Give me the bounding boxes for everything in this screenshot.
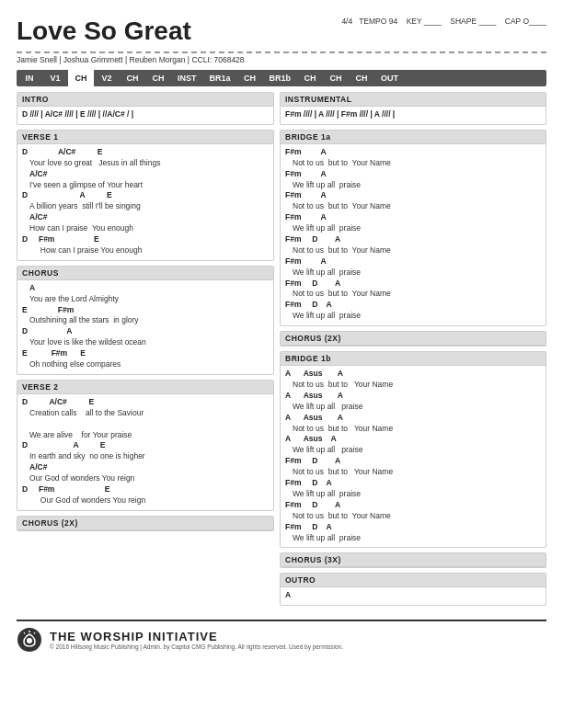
nav-br1b[interactable]: BR1b xyxy=(263,70,298,86)
b1b-c1: A Asus A xyxy=(285,369,541,380)
bridge1a-header: BRIDGE 1a xyxy=(281,131,546,144)
b1a-l8: We lift up all praise xyxy=(285,311,541,322)
b1a-c7: F#m D A xyxy=(285,279,541,290)
verse2-header: VERSE 2 xyxy=(17,381,273,394)
ch-c2: E F#m xyxy=(22,305,269,316)
b1b-c3: A Asus A xyxy=(285,413,541,424)
v2-l2: We are alive for Your praise xyxy=(22,430,269,441)
footer-copyright: © 2016 Hillsong Music Publishing | Admin… xyxy=(50,643,343,650)
b1b-l7: Not to us but to Your Name xyxy=(285,511,541,522)
v2-l5: Our God of wonders You reign xyxy=(22,495,269,506)
worship-logo-icon xyxy=(17,627,42,653)
v2-c3: D A E xyxy=(22,440,269,451)
ch-l3: Your love is like the wildest ocean xyxy=(22,337,269,348)
b1b-l5: Not to us but to Your Name xyxy=(285,467,541,478)
ch-l2: Outshining all the stars in glory xyxy=(22,315,269,326)
svg-line-4 xyxy=(34,632,35,634)
ch-c1: A xyxy=(22,283,269,294)
b1a-l4: We lift up all praise xyxy=(285,223,541,234)
b1b-c5: F#m D A xyxy=(285,456,541,467)
v2-c2 xyxy=(22,419,269,430)
shape: SHAPE ____ xyxy=(450,17,496,26)
ch-l1: You are the Lord Almighty xyxy=(22,294,269,305)
nav-ch7[interactable]: CH xyxy=(349,70,374,86)
chorus2x-right-header: CHORUS (2X) xyxy=(281,332,546,346)
nav-ch2[interactable]: CH xyxy=(120,70,145,86)
outro-header: OUTRO xyxy=(281,574,546,587)
b1a-c5: F#m D A xyxy=(285,234,541,245)
footer: THE WORSHIP INITIATIVE © 2016 Hillsong M… xyxy=(17,620,546,653)
outro-chord: A xyxy=(285,590,541,601)
nav-in[interactable]: IN xyxy=(17,70,42,86)
left-column: INTRO D //// | A/C# //// | E //// | //A/… xyxy=(17,92,274,610)
b1b-c2: A Asus A xyxy=(285,391,541,402)
v1-c4: A/C# xyxy=(22,212,269,223)
chorus2x-header: CHORUS (2X) xyxy=(17,517,273,530)
bridge1a-body: F#m A Not to us but to Your Name F#m A W… xyxy=(281,144,546,325)
nav-out[interactable]: OUT xyxy=(374,70,405,86)
b1a-c2: F#m A xyxy=(285,169,541,180)
v2-l3: In earth and sky no one is higher xyxy=(22,451,269,462)
ch-c4: E F#m E xyxy=(22,348,269,359)
verse1-header: VERSE 1 xyxy=(17,131,273,144)
b1a-l6: We lift up all praise xyxy=(285,267,541,279)
v2-c4: A/C# xyxy=(22,462,269,473)
svg-line-3 xyxy=(24,632,25,634)
chorus-body: A You are the Lord Almighty E F#m Outshi… xyxy=(17,280,273,374)
verse1-body: D A/C# E Your love so great Jesus in all… xyxy=(17,144,273,260)
b1a-c4: F#m A xyxy=(285,212,541,223)
b1a-l5: Not to us but to Your Name xyxy=(285,245,541,256)
bridge1b-section: BRIDGE 1b A Asus A Not to us but to Your… xyxy=(280,351,546,548)
intro-section: INTRO D //// | A/C# //// | E //// | //A/… xyxy=(17,92,274,125)
nav-ch1[interactable]: CH xyxy=(68,70,94,86)
song-title: Love So Great xyxy=(17,17,191,46)
v2-c1: D A/C# E xyxy=(22,397,269,408)
verse2-section: VERSE 2 D A/C# E Creation calls all to t… xyxy=(17,380,274,511)
nav-ch5[interactable]: CH xyxy=(297,70,323,86)
b1b-c6: F#m D A xyxy=(285,478,541,489)
b1a-c1: F#m A xyxy=(285,147,541,158)
v1-l1: Your love so great Jesus in all things xyxy=(22,158,269,169)
instrumental-section: INSTRUMENTAL F#m //// | A //// | F#m ///… xyxy=(280,92,546,125)
b1a-c3: F#m A xyxy=(285,190,541,201)
nav-v2[interactable]: V2 xyxy=(94,70,120,86)
b1a-c6: F#m A xyxy=(285,256,541,267)
b1b-c4: A Asus A xyxy=(285,434,541,445)
v1-l2: I've seen a glimpse of Your heart xyxy=(22,180,269,191)
nav-ch6[interactable]: CH xyxy=(323,70,349,86)
b1b-l2: We lift up all praise xyxy=(285,402,541,413)
b1b-l6: We lift up all praise xyxy=(285,489,541,500)
b1a-l7: Not to us but to Your Name xyxy=(285,289,541,300)
b1a-c8: F#m D A xyxy=(285,300,541,311)
footer-text: THE WORSHIP INITIATIVE © 2016 Hillsong M… xyxy=(50,630,343,650)
nav-br1a[interactable]: BR1a xyxy=(203,70,237,86)
b1b-l4: We lift up all praise xyxy=(285,445,541,456)
nav-v1[interactable]: V1 xyxy=(42,70,68,86)
ch-c3: D A xyxy=(22,326,269,337)
nav-ch4[interactable]: CH xyxy=(237,70,263,86)
chorus2x-section: CHORUS (2X) xyxy=(17,516,274,531)
b1b-l3: Not to us but to Your Name xyxy=(285,424,541,435)
chorus2x-right-section: CHORUS (2X) xyxy=(280,331,546,347)
chorus3x-section: CHORUS (3X) xyxy=(280,552,546,568)
footer-org: THE WORSHIP INITIATIVE xyxy=(50,630,343,643)
time-sig: 4/4 xyxy=(341,17,352,26)
v2-l4: Our God of wonders You reign xyxy=(22,473,269,484)
chorus3x-header: CHORUS (3X) xyxy=(281,553,546,567)
bridge1a-section: BRIDGE 1a F#m A Not to us but to Your Na… xyxy=(280,130,546,326)
nav-inst[interactable]: INST xyxy=(171,70,203,86)
b1a-l1: Not to us but to Your Name xyxy=(285,158,541,169)
v2-c5: D F#m E xyxy=(22,484,269,495)
b1b-l1: Not to us but to Your Name xyxy=(285,380,541,391)
meta-line: Jamie Snell | Joshua Grimmett | Reuben M… xyxy=(17,55,546,64)
v1-l4: How can I praise You enough xyxy=(22,223,269,234)
v1-c5: D F#m E xyxy=(22,234,269,245)
v1-c2: A/C# xyxy=(22,169,269,180)
v1-c1: D A/C# E xyxy=(22,147,269,158)
nav-ch3[interactable]: CH xyxy=(145,70,171,86)
v1-c3: D A E xyxy=(22,190,269,201)
outro-section: OUTRO A xyxy=(280,573,546,606)
verse2-body: D A/C# E Creation calls all to the Savio… xyxy=(17,394,273,510)
inst-chords: F#m //// | A //// | F#m //// | A //// | xyxy=(285,109,541,120)
chorus-header: CHORUS xyxy=(17,267,273,280)
